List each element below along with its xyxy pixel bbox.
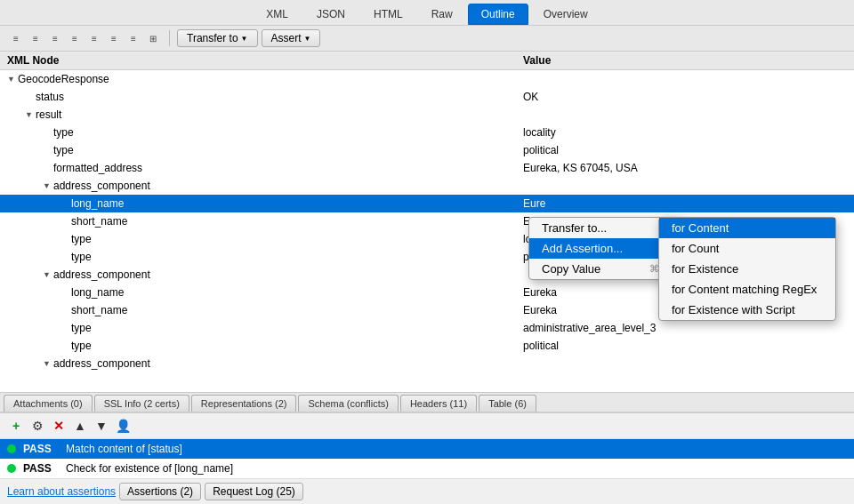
context-menu-copy-label: Copy Value: [542, 262, 600, 276]
submenu-for-content-regex[interactable]: for Content matching RegEx: [659, 279, 835, 300]
tab-attachments[interactable]: Attachments (0): [4, 395, 93, 412]
tab-schema[interactable]: Schema (conflicts): [298, 395, 398, 412]
context-menu: Transfer to... ▶ Add Assertion... ▶ Copy…: [528, 217, 680, 280]
xml-node-header: XML Node: [0, 54, 516, 67]
assertion-panel: + ⚙ ✕ ▲ ▼ 👤 PASS Match content of [statu…: [0, 412, 854, 478]
align-center-icon[interactable]: ≡: [27, 30, 44, 46]
node-value: Eure: [516, 197, 854, 210]
bottom-tab-bar: Attachments (0) SSL Info (2 certs) Repre…: [0, 392, 854, 412]
footer-tabs: Assertions (2) Request Log (25): [119, 483, 847, 500]
node-name: type: [71, 322, 92, 334]
assertion-description: Match content of [status]: [66, 443, 182, 455]
add-assertion-button[interactable]: +: [7, 417, 25, 435]
tab-headers[interactable]: Headers (11): [400, 395, 477, 412]
tab-ssl-info[interactable]: SSL Info (2 certs): [94, 395, 189, 412]
footer: Learn about assertions Assertions (2) Re…: [0, 478, 854, 504]
table-row[interactable]: status OK: [0, 88, 854, 106]
xml-value-header: Value: [516, 54, 854, 67]
tab-representations[interactable]: Representations (2): [191, 395, 297, 412]
tab-assertions[interactable]: Assertions (2): [119, 483, 201, 500]
tab-request-log[interactable]: Request Log (25): [205, 483, 303, 500]
submenu-for-count[interactable]: for Count: [659, 238, 835, 259]
tab-table[interactable]: Table (6): [479, 395, 536, 412]
tab-json[interactable]: JSON: [303, 4, 359, 25]
sort-icon[interactable]: ≡: [125, 30, 142, 46]
expand-icon[interactable]: ▼: [43, 181, 53, 190]
submenu-for-content[interactable]: for Content: [659, 218, 835, 238]
submenu-for-content-label: for Content: [672, 221, 729, 235]
table-row[interactable]: ▼ result: [0, 106, 854, 124]
node-name: type: [53, 144, 74, 156]
format-icons: ≡ ≡ ≡ ≡ ≡ ≡ ≡ ⊞: [7, 30, 162, 46]
context-menu-copy-value[interactable]: Copy Value ⌘C: [529, 259, 679, 279]
grid-icon[interactable]: ⊞: [144, 30, 162, 46]
table-row[interactable]: type locality: [0, 124, 854, 141]
xml-table-header: XML Node Value: [0, 52, 854, 70]
node-name: address_component: [53, 357, 150, 370]
assertion-status: PASS: [23, 443, 59, 455]
align-right-icon[interactable]: ≡: [46, 30, 64, 46]
assertion-row[interactable]: PASS Check for existence of [long_name]: [0, 459, 854, 478]
submenu-for-existence-script[interactable]: for Existence with Script: [659, 300, 835, 320]
status-indicator: [7, 464, 16, 473]
tab-html[interactable]: HTML: [360, 4, 416, 25]
tab-outline[interactable]: Outline: [468, 4, 528, 25]
expand-icon[interactable]: ▼: [7, 75, 18, 84]
assertion-description: Check for existence of [long_name]: [66, 462, 233, 475]
node-name: type: [71, 251, 92, 263]
indent-icon[interactable]: ≡: [85, 30, 103, 46]
node-name: formatted_address: [53, 162, 142, 174]
transfer-to-button[interactable]: Transfer to ▼: [177, 29, 258, 47]
remove-assertion-button[interactable]: ✕: [50, 417, 68, 435]
node-value: political: [516, 340, 854, 352]
node-name: long_name: [71, 197, 124, 210]
assert-button[interactable]: Assert ▼: [262, 29, 321, 47]
node-name: status: [36, 91, 64, 103]
table-row[interactable]: type political: [0, 141, 854, 159]
move-down-assertion-button[interactable]: ▼: [93, 417, 110, 435]
submenu-for-count-label: for Count: [672, 242, 719, 255]
table-row[interactable]: formatted_address Eureka, KS 67045, USA: [0, 159, 854, 177]
tab-raw[interactable]: Raw: [418, 4, 466, 25]
tab-xml[interactable]: XML: [253, 4, 302, 25]
context-menu-add-assertion[interactable]: Add Assertion... ▶: [529, 238, 679, 259]
context-menu-transfer[interactable]: Transfer to... ▶: [529, 218, 679, 238]
submenu-for-existence[interactable]: for Existence: [659, 259, 835, 279]
align-left-icon[interactable]: ≡: [7, 30, 25, 46]
table-row[interactable]: long_name Eure: [0, 195, 854, 212]
expand-icon[interactable]: ▼: [43, 270, 53, 279]
node-value: locality: [516, 126, 854, 139]
node-name: long_name: [71, 286, 124, 299]
expand-icon[interactable]: ▼: [25, 110, 36, 119]
main-toolbar: ≡ ≡ ≡ ≡ ≡ ≡ ≡ ⊞ Transfer to ▼ Assert ▼: [0, 26, 854, 52]
table-row[interactable]: ▼ address_component: [0, 177, 854, 195]
table-row[interactable]: type political: [0, 337, 854, 355]
align-justify-icon[interactable]: ≡: [66, 30, 84, 46]
node-name: type: [71, 233, 92, 245]
table-row[interactable]: ▼ address_component: [0, 355, 854, 372]
node-name: address_component: [53, 268, 150, 281]
outdent-icon[interactable]: ≡: [105, 30, 123, 46]
settings-assertion-button[interactable]: ⚙: [28, 417, 46, 435]
node-value: Eureka, KS 67045, USA: [516, 162, 854, 174]
node-name: GeocodeResponse: [18, 73, 109, 85]
node-name: address_component: [53, 180, 150, 192]
assert-arrow-icon: ▼: [304, 35, 311, 43]
expand-icon[interactable]: ▼: [43, 359, 53, 368]
node-name: type: [71, 340, 92, 352]
move-up-assertion-button[interactable]: ▲: [71, 417, 89, 435]
table-row[interactable]: ▼ GeocodeResponse: [0, 70, 854, 88]
tab-overview[interactable]: Overview: [530, 4, 601, 25]
node-value: administrative_area_level_3: [516, 322, 854, 334]
status-indicator: [7, 444, 16, 453]
assertion-row[interactable]: PASS Match content of [status]: [0, 439, 854, 459]
node-value: political: [516, 144, 854, 156]
person-assertion-button[interactable]: 👤: [114, 417, 132, 435]
main-content-area: XML Node Value ▼ GeocodeResponse status …: [0, 52, 854, 392]
table-row[interactable]: type administrative_area_level_3: [0, 319, 854, 337]
submenu-for-content-regex-label: for Content matching RegEx: [672, 283, 817, 296]
assertion-list: PASS Match content of [status] PASS Chec…: [0, 439, 854, 478]
learn-about-assertions-link[interactable]: Learn about assertions: [7, 485, 116, 498]
assertion-status: PASS: [23, 462, 59, 475]
node-name: type: [53, 126, 74, 139]
